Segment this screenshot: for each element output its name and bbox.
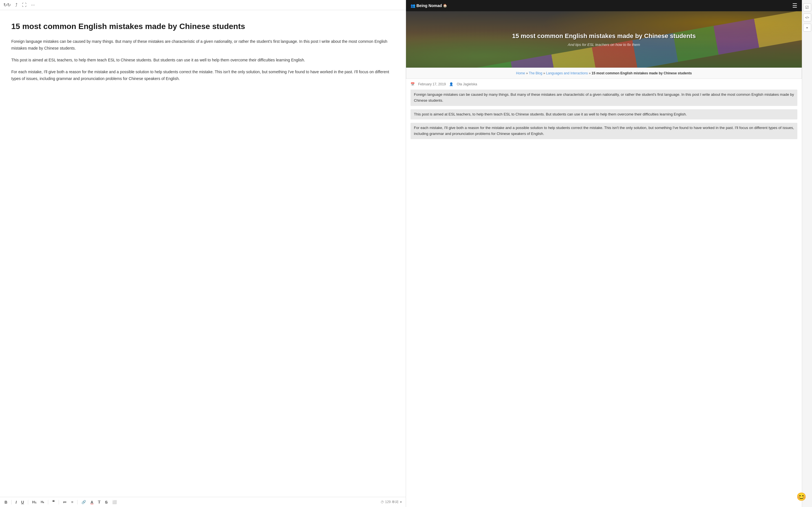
share-icon[interactable]: ⤴ bbox=[15, 3, 17, 8]
check-button[interactable]: ☑ bbox=[803, 3, 811, 11]
word-count-area: ⏱ 129 单词 ▼ bbox=[380, 500, 402, 504]
text-style-button[interactable]: T bbox=[97, 499, 101, 505]
breadcrumb-sep-2: » bbox=[543, 71, 546, 75]
site-nav: 👥 Being Nomad 🏠 ☰ bbox=[406, 0, 802, 11]
breadcrumb-sep-1: » bbox=[526, 71, 529, 75]
color-button[interactable]: A bbox=[89, 499, 94, 505]
quote-button[interactable]: ❝ bbox=[51, 499, 56, 505]
site-logo: 👥 Being Nomad 🏠 bbox=[410, 3, 447, 8]
link-button[interactable]: 🔗 bbox=[80, 499, 87, 505]
post-author: Ola Jagielska bbox=[457, 82, 477, 86]
editor-paragraph-3[interactable]: For each mistake, I'll give both a reaso… bbox=[11, 69, 395, 82]
h1-button[interactable]: H₁ bbox=[31, 499, 37, 505]
breadcrumb-blog[interactable]: The Blog bbox=[529, 71, 542, 75]
italic-button[interactable]: I bbox=[14, 499, 18, 505]
underline-button[interactable]: U bbox=[20, 499, 25, 505]
media-button[interactable]: ⬜ bbox=[111, 499, 118, 505]
divider-2 bbox=[28, 500, 28, 504]
author-icon: 👤 bbox=[449, 82, 453, 86]
editor-title[interactable]: 15 most common English mistakes made by … bbox=[11, 21, 395, 32]
more-icon[interactable]: ··· bbox=[31, 3, 35, 8]
editor-content-area: 15 most common English mistakes made by … bbox=[0, 10, 406, 497]
editor-panel: ↻ ⤴ ⛶ ··· 15 most common English mistake… bbox=[0, 0, 406, 507]
preview-sidebar: ☑ </> ▪ bbox=[802, 0, 812, 507]
preview-panel: 👥 Being Nomad 🏠 ☰ 15 most common English… bbox=[406, 0, 812, 507]
article-paragraph-2: This post is aimed at ESL teachers, to h… bbox=[410, 109, 797, 120]
list-ordered-button[interactable]: ≔ bbox=[62, 499, 68, 505]
strikethrough-button[interactable]: S bbox=[104, 499, 109, 505]
refresh-icon[interactable]: ↻ bbox=[3, 2, 11, 8]
editor-bottom-toolbar: B I U H₁ H₂ ❝ ≔ ≡ 🔗 A T S ⬜ ⏱ 129 单词 ▼ bbox=[0, 497, 406, 507]
hero-section: 15 most common English mistakes made by … bbox=[406, 11, 802, 68]
breadcrumb-home[interactable]: Home bbox=[516, 71, 525, 75]
hero-title: 15 most common English mistakes made by … bbox=[506, 32, 702, 40]
website-preview[interactable]: 👥 Being Nomad 🏠 ☰ 15 most common English… bbox=[406, 0, 802, 507]
editor-paragraph-1[interactable]: Foreign language mistakes can be caused … bbox=[11, 38, 395, 52]
expand-icon[interactable]: ⛶ bbox=[22, 3, 27, 8]
breadcrumb-category[interactable]: Languages and Interactions bbox=[546, 71, 588, 75]
list-unordered-button[interactable]: ≡ bbox=[70, 499, 74, 505]
article-paragraph-1: Foreign language mistakes can be caused … bbox=[410, 90, 797, 106]
divider-4 bbox=[59, 500, 59, 504]
breadcrumb: Home » The Blog » Languages and Interact… bbox=[406, 68, 802, 79]
article-paragraph-3: For each mistake, I'll give both a reaso… bbox=[410, 123, 797, 139]
dropdown-arrow[interactable]: ▼ bbox=[400, 501, 402, 504]
layers-button[interactable]: ▪ bbox=[803, 24, 811, 32]
logo-text: Being Nomad bbox=[416, 3, 442, 8]
h2-button[interactable]: H₂ bbox=[40, 500, 45, 504]
divider-3 bbox=[48, 500, 48, 504]
breadcrumb-current: 15 most common English mistakes made by … bbox=[592, 71, 692, 75]
bold-button[interactable]: B bbox=[3, 499, 8, 505]
breadcrumb-sep-3: » bbox=[589, 71, 592, 75]
floating-emoji[interactable]: 😊 bbox=[797, 492, 806, 501]
logo-icon: 👥 bbox=[410, 3, 415, 8]
divider-5 bbox=[77, 500, 78, 504]
calendar-icon: 📅 bbox=[410, 82, 415, 86]
hamburger-menu[interactable]: ☰ bbox=[792, 2, 797, 9]
clock-icon: ⏱ bbox=[380, 500, 384, 504]
editor-top-toolbar: ↻ ⤴ ⛶ ··· bbox=[0, 0, 406, 10]
code-button[interactable]: </> bbox=[803, 13, 811, 21]
editor-paragraph-2[interactable]: This post is aimed at ESL teachers, to h… bbox=[11, 57, 395, 64]
logo-suffix: 🏠 bbox=[443, 4, 447, 8]
post-meta: 📅 February 17, 2019 👤 Ola Jagielska bbox=[406, 79, 802, 86]
post-date: February 17, 2019 bbox=[418, 82, 446, 86]
hero-subtitle: And tips for ESL teachers on how to fix … bbox=[568, 43, 640, 47]
word-count-label: 129 单词 bbox=[385, 500, 398, 504]
